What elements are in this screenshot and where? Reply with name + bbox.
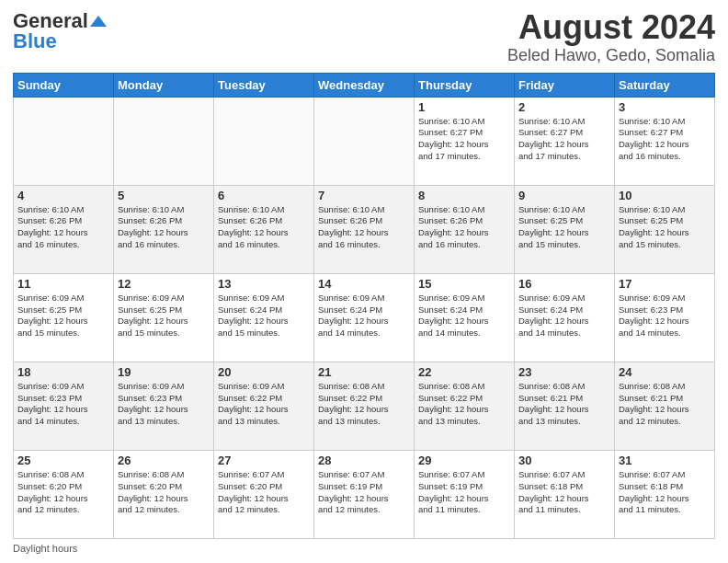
calendar-cell: 22Sunrise: 6:08 AM Sunset: 6:22 PM Dayli… — [415, 362, 515, 450]
day-info: Sunrise: 6:07 AM Sunset: 6:20 PM Dayligh… — [218, 469, 310, 516]
day-info: Sunrise: 6:08 AM Sunset: 6:21 PM Dayligh… — [619, 381, 711, 428]
calendar-cell: 6Sunrise: 6:10 AM Sunset: 6:26 PM Daylig… — [214, 185, 314, 273]
calendar-cell: 19Sunrise: 6:09 AM Sunset: 6:23 PM Dayli… — [114, 362, 214, 450]
day-info: Sunrise: 6:09 AM Sunset: 6:22 PM Dayligh… — [218, 381, 310, 428]
calendar-cell: 20Sunrise: 6:09 AM Sunset: 6:22 PM Dayli… — [214, 362, 314, 450]
day-number: 30 — [518, 454, 610, 467]
day-info: Sunrise: 6:09 AM Sunset: 6:24 PM Dayligh… — [318, 293, 410, 339]
calendar-cell: 30Sunrise: 6:07 AM Sunset: 6:18 PM Dayli… — [515, 450, 615, 538]
calendar-cell: 1Sunrise: 6:10 AM Sunset: 6:27 PM Daylig… — [415, 97, 515, 185]
calendar-cell: 29Sunrise: 6:07 AM Sunset: 6:19 PM Dayli… — [415, 450, 515, 538]
day-number: 2 — [518, 100, 610, 114]
day-info: Sunrise: 6:08 AM Sunset: 6:21 PM Dayligh… — [518, 381, 610, 428]
day-info: Sunrise: 6:10 AM Sunset: 6:26 PM Dayligh… — [17, 204, 109, 251]
day-number: 18 — [17, 365, 109, 379]
calendar-cell: 28Sunrise: 6:07 AM Sunset: 6:19 PM Dayli… — [314, 450, 415, 538]
day-number: 17 — [619, 277, 711, 291]
calendar-week-row: 4Sunrise: 6:10 AM Sunset: 6:26 PM Daylig… — [14, 185, 715, 273]
day-info: Sunrise: 6:08 AM Sunset: 6:22 PM Dayligh… — [418, 381, 510, 428]
day-number: 24 — [619, 365, 711, 379]
day-number: 22 — [418, 365, 510, 379]
day-info: Sunrise: 6:10 AM Sunset: 6:26 PM Dayligh… — [418, 204, 510, 251]
day-number: 21 — [318, 365, 410, 379]
day-info: Sunrise: 6:10 AM Sunset: 6:26 PM Dayligh… — [118, 204, 210, 251]
day-number: 8 — [418, 189, 510, 202]
day-number: 6 — [218, 189, 310, 202]
calendar-cell: 7Sunrise: 6:10 AM Sunset: 6:26 PM Daylig… — [314, 185, 415, 273]
logo-blue: Blue — [13, 29, 57, 53]
calendar-week-row: 1Sunrise: 6:10 AM Sunset: 6:27 PM Daylig… — [14, 97, 715, 185]
calendar-week-row: 18Sunrise: 6:09 AM Sunset: 6:23 PM Dayli… — [14, 362, 715, 450]
calendar-day-header: Tuesday — [214, 73, 314, 97]
calendar-cell: 12Sunrise: 6:09 AM Sunset: 6:25 PM Dayli… — [114, 273, 214, 362]
day-info: Sunrise: 6:10 AM Sunset: 6:25 PM Dayligh… — [518, 204, 610, 251]
day-info: Sunrise: 6:10 AM Sunset: 6:26 PM Dayligh… — [218, 204, 310, 251]
day-number: 4 — [17, 189, 109, 202]
calendar-cell — [14, 97, 114, 185]
day-number: 27 — [218, 454, 310, 467]
day-info: Sunrise: 6:10 AM Sunset: 6:27 PM Dayligh… — [619, 116, 711, 163]
day-info: Sunrise: 6:09 AM Sunset: 6:23 PM Dayligh… — [619, 293, 711, 339]
day-number: 10 — [619, 189, 711, 202]
calendar-subtitle: Beled Hawo, Gedo, Somalia — [507, 46, 715, 65]
day-number: 5 — [118, 189, 210, 202]
day-info: Sunrise: 6:08 AM Sunset: 6:20 PM Dayligh… — [118, 469, 210, 516]
calendar-day-header: Saturday — [615, 73, 715, 97]
day-info: Sunrise: 6:09 AM Sunset: 6:24 PM Dayligh… — [518, 293, 610, 339]
calendar-title: August 2024 — [507, 9, 715, 46]
calendar-week-row: 25Sunrise: 6:08 AM Sunset: 6:20 PM Dayli… — [14, 450, 715, 538]
calendar-cell: 8Sunrise: 6:10 AM Sunset: 6:26 PM Daylig… — [415, 185, 515, 273]
day-info: Sunrise: 6:10 AM Sunset: 6:25 PM Dayligh… — [619, 204, 711, 251]
calendar-cell: 14Sunrise: 6:09 AM Sunset: 6:24 PM Dayli… — [314, 273, 415, 362]
calendar-cell — [114, 97, 214, 185]
calendar-cell: 9Sunrise: 6:10 AM Sunset: 6:25 PM Daylig… — [515, 185, 615, 273]
calendar-cell: 27Sunrise: 6:07 AM Sunset: 6:20 PM Dayli… — [214, 450, 314, 538]
day-info: Sunrise: 6:08 AM Sunset: 6:20 PM Dayligh… — [17, 469, 109, 516]
day-number: 11 — [17, 277, 109, 291]
calendar-cell: 11Sunrise: 6:09 AM Sunset: 6:25 PM Dayli… — [14, 273, 114, 362]
calendar-cell: 21Sunrise: 6:08 AM Sunset: 6:22 PM Dayli… — [314, 362, 415, 450]
day-number: 13 — [218, 277, 310, 291]
logo-icon — [90, 16, 107, 27]
day-info: Sunrise: 6:10 AM Sunset: 6:26 PM Dayligh… — [318, 204, 410, 251]
calendar-cell: 24Sunrise: 6:08 AM Sunset: 6:21 PM Dayli… — [615, 362, 715, 450]
calendar-cell: 31Sunrise: 6:07 AM Sunset: 6:18 PM Dayli… — [615, 450, 715, 538]
day-number: 26 — [118, 454, 210, 467]
day-number: 1 — [418, 100, 510, 114]
calendar-cell: 10Sunrise: 6:10 AM Sunset: 6:25 PM Dayli… — [615, 185, 715, 273]
svg-marker-0 — [90, 16, 107, 27]
day-info: Sunrise: 6:07 AM Sunset: 6:19 PM Dayligh… — [318, 469, 410, 516]
logo: General Blue — [13, 9, 107, 53]
day-number: 16 — [518, 277, 610, 291]
day-info: Sunrise: 6:09 AM Sunset: 6:24 PM Dayligh… — [218, 293, 310, 339]
day-info: Sunrise: 6:09 AM Sunset: 6:23 PM Dayligh… — [17, 381, 109, 428]
calendar-day-header: Friday — [515, 73, 615, 97]
calendar-cell — [314, 97, 415, 185]
day-number: 29 — [418, 454, 510, 467]
calendar-day-header: Wednesday — [314, 73, 415, 97]
header: General Blue August 2024 Beled Hawo, Ged… — [13, 9, 715, 65]
calendar-cell: 4Sunrise: 6:10 AM Sunset: 6:26 PM Daylig… — [14, 185, 114, 273]
calendar-cell: 3Sunrise: 6:10 AM Sunset: 6:27 PM Daylig… — [615, 97, 715, 185]
day-number: 31 — [619, 454, 711, 467]
page: General Blue August 2024 Beled Hawo, Ged… — [0, 0, 728, 563]
day-info: Sunrise: 6:09 AM Sunset: 6:23 PM Dayligh… — [118, 381, 210, 428]
calendar-day-header: Sunday — [14, 73, 114, 97]
day-info: Sunrise: 6:09 AM Sunset: 6:24 PM Dayligh… — [418, 293, 510, 339]
day-number: 12 — [118, 277, 210, 291]
day-number: 15 — [418, 277, 510, 291]
calendar-header-row: SundayMondayTuesdayWednesdayThursdayFrid… — [14, 73, 715, 97]
calendar-cell — [214, 97, 314, 185]
day-info: Sunrise: 6:09 AM Sunset: 6:25 PM Dayligh… — [17, 293, 109, 339]
calendar-cell: 17Sunrise: 6:09 AM Sunset: 6:23 PM Dayli… — [615, 273, 715, 362]
day-info: Sunrise: 6:10 AM Sunset: 6:27 PM Dayligh… — [518, 116, 610, 163]
day-number: 3 — [619, 100, 711, 114]
day-info: Sunrise: 6:07 AM Sunset: 6:19 PM Dayligh… — [418, 469, 510, 516]
day-number: 20 — [218, 365, 310, 379]
calendar-cell: 5Sunrise: 6:10 AM Sunset: 6:26 PM Daylig… — [114, 185, 214, 273]
day-info: Sunrise: 6:10 AM Sunset: 6:27 PM Dayligh… — [418, 116, 510, 163]
calendar-cell: 25Sunrise: 6:08 AM Sunset: 6:20 PM Dayli… — [14, 450, 114, 538]
footer-note: Daylight hours — [13, 543, 715, 554]
day-info: Sunrise: 6:07 AM Sunset: 6:18 PM Dayligh… — [619, 469, 711, 516]
day-number: 9 — [518, 189, 610, 202]
